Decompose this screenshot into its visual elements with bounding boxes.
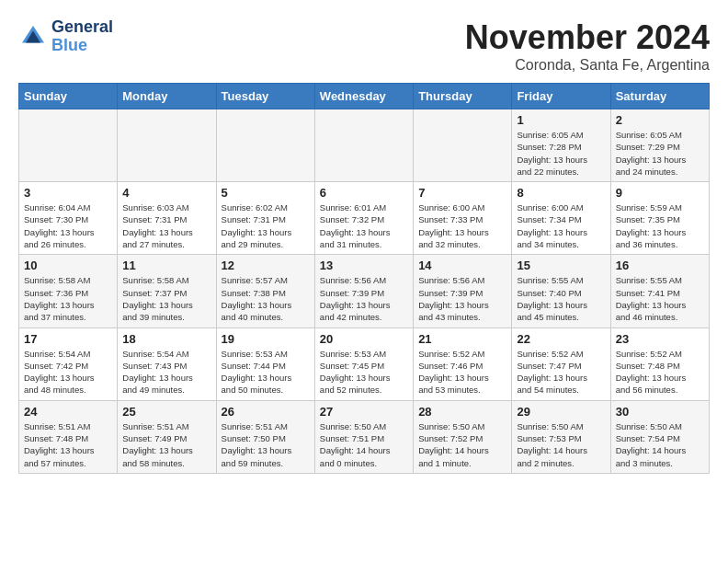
day-number: 4 (122, 186, 210, 200)
calendar-cell: 11Sunrise: 5:58 AM Sunset: 7:37 PM Dayli… (118, 255, 216, 327)
day-info: Sunrise: 5:50 AM Sunset: 7:54 PM Dayligh… (616, 420, 704, 469)
calendar-cell: 17Sunrise: 5:54 AM Sunset: 7:42 PM Dayli… (19, 327, 118, 400)
calendar-table: SundayMondayTuesdayWednesdayThursdayFrid… (18, 83, 710, 474)
day-number: 28 (418, 405, 506, 419)
day-info: Sunrise: 5:56 AM Sunset: 7:39 PM Dayligh… (418, 274, 506, 323)
day-info: Sunrise: 6:03 AM Sunset: 7:31 PM Dayligh… (122, 201, 210, 250)
day-number: 22 (517, 332, 605, 346)
day-info: Sunrise: 5:55 AM Sunset: 7:40 PM Dayligh… (517, 274, 605, 323)
calendar-cell (19, 109, 118, 182)
weekday-header-friday: Friday (512, 84, 610, 109)
calendar-cell: 1Sunrise: 6:05 AM Sunset: 7:28 PM Daylig… (512, 109, 610, 182)
day-number: 5 (222, 186, 310, 200)
calendar-cell (216, 109, 314, 182)
calendar-cell: 6Sunrise: 6:01 AM Sunset: 7:32 PM Daylig… (314, 182, 413, 255)
calendar-cell: 8Sunrise: 6:00 AM Sunset: 7:34 PM Daylig… (512, 182, 610, 255)
day-info: Sunrise: 5:53 AM Sunset: 7:44 PM Dayligh… (222, 348, 310, 396)
weekday-header-wednesday: Wednesday (314, 84, 413, 109)
day-number: 10 (24, 259, 112, 272)
calendar-cell: 22Sunrise: 5:52 AM Sunset: 7:47 PM Dayli… (512, 327, 610, 400)
logo: General Blue (18, 18, 113, 55)
calendar-cell: 25Sunrise: 5:51 AM Sunset: 7:49 PM Dayli… (118, 400, 216, 473)
month-title: November 2024 (465, 18, 710, 57)
day-info: Sunrise: 5:51 AM Sunset: 7:50 PM Dayligh… (222, 420, 310, 469)
calendar-cell: 21Sunrise: 5:52 AM Sunset: 7:46 PM Dayli… (414, 327, 512, 400)
day-number: 16 (616, 259, 704, 272)
day-number: 30 (616, 405, 704, 419)
day-number: 25 (122, 405, 210, 419)
calendar-cell: 3Sunrise: 6:04 AM Sunset: 7:30 PM Daylig… (19, 182, 118, 255)
calendar-cell: 24Sunrise: 5:51 AM Sunset: 7:48 PM Dayli… (19, 400, 118, 473)
calendar-cell: 2Sunrise: 6:05 AM Sunset: 7:29 PM Daylig… (610, 109, 709, 182)
day-info: Sunrise: 5:50 AM Sunset: 7:52 PM Dayligh… (418, 420, 506, 469)
day-info: Sunrise: 5:54 AM Sunset: 7:43 PM Dayligh… (122, 348, 210, 396)
day-info: Sunrise: 5:51 AM Sunset: 7:49 PM Dayligh… (122, 420, 210, 469)
day-info: Sunrise: 5:54 AM Sunset: 7:42 PM Dayligh… (24, 348, 112, 396)
day-info: Sunrise: 5:58 AM Sunset: 7:37 PM Dayligh… (122, 274, 210, 323)
day-number: 1 (517, 113, 605, 127)
calendar-cell: 9Sunrise: 5:59 AM Sunset: 7:35 PM Daylig… (610, 182, 709, 255)
day-number: 12 (222, 259, 310, 272)
title-area: November 2024 Coronda, Santa Fe, Argenti… (465, 18, 710, 74)
weekday-header-row: SundayMondayTuesdayWednesdayThursdayFrid… (19, 84, 710, 109)
day-number: 24 (24, 405, 112, 419)
calendar-cell: 18Sunrise: 5:54 AM Sunset: 7:43 PM Dayli… (118, 327, 216, 400)
weekday-header-monday: Monday (118, 84, 216, 109)
day-number: 3 (24, 186, 112, 200)
day-info: Sunrise: 6:05 AM Sunset: 7:29 PM Dayligh… (616, 129, 704, 178)
day-number: 29 (517, 405, 605, 419)
calendar-week-row: 3Sunrise: 6:04 AM Sunset: 7:30 PM Daylig… (19, 182, 710, 255)
day-info: Sunrise: 5:59 AM Sunset: 7:35 PM Dayligh… (616, 201, 704, 250)
day-info: Sunrise: 5:55 AM Sunset: 7:41 PM Dayligh… (616, 274, 704, 323)
calendar-cell: 15Sunrise: 5:55 AM Sunset: 7:40 PM Dayli… (512, 255, 610, 327)
calendar-cell: 14Sunrise: 5:56 AM Sunset: 7:39 PM Dayli… (414, 255, 512, 327)
calendar-cell: 27Sunrise: 5:50 AM Sunset: 7:51 PM Dayli… (314, 400, 413, 473)
location-title: Coronda, Santa Fe, Argentina (465, 57, 710, 74)
calendar-cell: 10Sunrise: 5:58 AM Sunset: 7:36 PM Dayli… (19, 255, 118, 327)
day-info: Sunrise: 5:50 AM Sunset: 7:53 PM Dayligh… (517, 420, 605, 469)
calendar-week-row: 10Sunrise: 5:58 AM Sunset: 7:36 PM Dayli… (19, 255, 710, 327)
calendar-cell: 23Sunrise: 5:52 AM Sunset: 7:48 PM Dayli… (610, 327, 709, 400)
day-info: Sunrise: 6:00 AM Sunset: 7:34 PM Dayligh… (517, 201, 605, 250)
calendar-cell: 16Sunrise: 5:55 AM Sunset: 7:41 PM Dayli… (610, 255, 709, 327)
day-number: 26 (222, 405, 310, 419)
logo-icon (18, 22, 48, 52)
day-info: Sunrise: 6:01 AM Sunset: 7:32 PM Dayligh… (320, 201, 408, 250)
day-info: Sunrise: 5:52 AM Sunset: 7:47 PM Dayligh… (517, 348, 605, 396)
calendar-cell: 28Sunrise: 5:50 AM Sunset: 7:52 PM Dayli… (414, 400, 512, 473)
day-info: Sunrise: 6:00 AM Sunset: 7:33 PM Dayligh… (418, 201, 506, 250)
day-info: Sunrise: 5:56 AM Sunset: 7:39 PM Dayligh… (320, 274, 408, 323)
calendar-week-row: 24Sunrise: 5:51 AM Sunset: 7:48 PM Dayli… (19, 400, 710, 473)
day-info: Sunrise: 6:04 AM Sunset: 7:30 PM Dayligh… (24, 201, 112, 250)
day-info: Sunrise: 6:05 AM Sunset: 7:28 PM Dayligh… (517, 129, 605, 178)
weekday-header-sunday: Sunday (19, 84, 118, 109)
day-number: 13 (320, 259, 408, 272)
day-info: Sunrise: 5:51 AM Sunset: 7:48 PM Dayligh… (24, 420, 112, 469)
calendar-cell (414, 109, 512, 182)
page-header: General Blue November 2024 Coronda, Sant… (18, 18, 710, 74)
calendar-week-row: 1Sunrise: 6:05 AM Sunset: 7:28 PM Daylig… (19, 109, 710, 182)
day-number: 9 (616, 186, 704, 200)
weekday-header-saturday: Saturday (610, 84, 709, 109)
day-number: 19 (222, 332, 310, 346)
day-number: 11 (122, 259, 210, 272)
day-number: 2 (616, 113, 704, 127)
day-info: Sunrise: 5:52 AM Sunset: 7:48 PM Dayligh… (616, 348, 704, 396)
weekday-header-tuesday: Tuesday (216, 84, 314, 109)
calendar-cell: 5Sunrise: 6:02 AM Sunset: 7:31 PM Daylig… (216, 182, 314, 255)
day-number: 20 (320, 332, 408, 346)
calendar-week-row: 17Sunrise: 5:54 AM Sunset: 7:42 PM Dayli… (19, 327, 710, 400)
day-number: 14 (418, 259, 506, 272)
day-number: 17 (24, 332, 112, 346)
day-number: 7 (418, 186, 506, 200)
calendar-cell (314, 109, 413, 182)
day-number: 23 (616, 332, 704, 346)
day-info: Sunrise: 5:53 AM Sunset: 7:45 PM Dayligh… (320, 348, 408, 396)
calendar-cell: 29Sunrise: 5:50 AM Sunset: 7:53 PM Dayli… (512, 400, 610, 473)
calendar-cell: 19Sunrise: 5:53 AM Sunset: 7:44 PM Dayli… (216, 327, 314, 400)
day-info: Sunrise: 5:57 AM Sunset: 7:38 PM Dayligh… (222, 274, 310, 323)
day-info: Sunrise: 5:58 AM Sunset: 7:36 PM Dayligh… (24, 274, 112, 323)
day-info: Sunrise: 6:02 AM Sunset: 7:31 PM Dayligh… (222, 201, 310, 250)
day-number: 27 (320, 405, 408, 419)
logo-text: General Blue (51, 18, 113, 55)
